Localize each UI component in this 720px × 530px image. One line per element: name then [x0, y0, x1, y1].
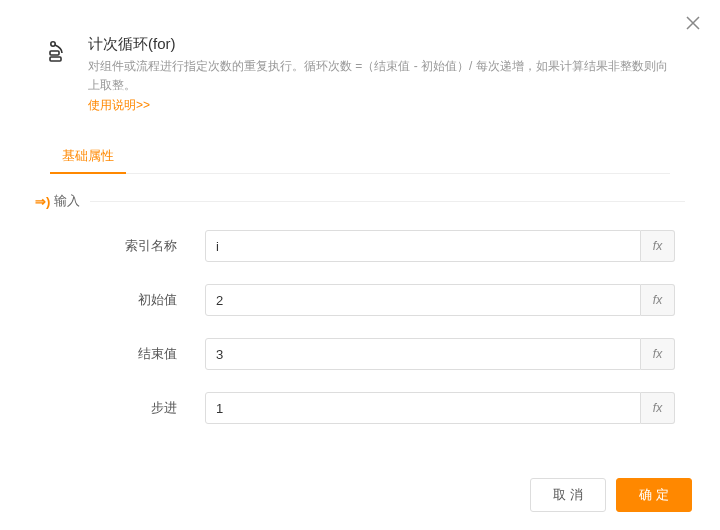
section-divider — [90, 201, 685, 202]
for-loop-icon — [45, 37, 73, 65]
step-input[interactable] — [205, 392, 641, 424]
end-value-input[interactable] — [205, 338, 641, 370]
help-link[interactable]: 使用说明>> — [88, 97, 150, 114]
section-header: ⇒) 输入 — [35, 192, 685, 210]
header-text-block: 计次循环(for) 对组件或流程进行指定次数的重复执行。循环次数 =（结束值 -… — [88, 35, 675, 114]
dialog-footer: 取消 确定 — [530, 478, 692, 512]
row-index-name: 索引名称 fx — [35, 230, 685, 262]
index-name-input[interactable] — [205, 230, 641, 262]
input-wrap: fx — [205, 230, 675, 262]
cancel-button[interactable]: 取消 — [530, 478, 606, 512]
label-index-name: 索引名称 — [35, 237, 205, 255]
dialog-description: 对组件或流程进行指定次数的重复执行。循环次数 =（结束值 - 初始值）/ 每次递… — [88, 57, 675, 95]
fx-button[interactable]: fx — [641, 392, 675, 424]
svg-rect-1 — [50, 51, 59, 55]
tab-basic-properties[interactable]: 基础属性 — [50, 139, 126, 173]
label-start-value: 初始值 — [35, 291, 205, 309]
dialog: 计次循环(for) 对组件或流程进行指定次数的重复执行。循环次数 =（结束值 -… — [0, 0, 720, 530]
confirm-button[interactable]: 确定 — [616, 478, 692, 512]
collapse-arrow-icon[interactable]: ⇒) — [35, 194, 50, 209]
fx-button[interactable]: fx — [641, 230, 675, 262]
fx-button[interactable]: fx — [641, 284, 675, 316]
input-section: ⇒) 输入 索引名称 fx 初始值 fx 结束值 fx — [0, 174, 720, 424]
close-icon[interactable] — [686, 15, 700, 33]
fx-button[interactable]: fx — [641, 338, 675, 370]
row-start-value: 初始值 fx — [35, 284, 685, 316]
label-step: 步进 — [35, 399, 205, 417]
dialog-title: 计次循环(for) — [88, 35, 675, 54]
svg-rect-2 — [50, 57, 61, 61]
tab-label: 基础属性 — [62, 148, 114, 163]
section-title: 输入 — [54, 192, 80, 210]
row-end-value: 结束值 fx — [35, 338, 685, 370]
input-wrap: fx — [205, 284, 675, 316]
svg-point-0 — [51, 42, 55, 46]
label-end-value: 结束值 — [35, 345, 205, 363]
row-step: 步进 fx — [35, 392, 685, 424]
dialog-header: 计次循环(for) 对组件或流程进行指定次数的重复执行。循环次数 =（结束值 -… — [0, 0, 720, 124]
tabs: 基础属性 — [0, 124, 720, 173]
input-wrap: fx — [205, 392, 675, 424]
start-value-input[interactable] — [205, 284, 641, 316]
input-wrap: fx — [205, 338, 675, 370]
